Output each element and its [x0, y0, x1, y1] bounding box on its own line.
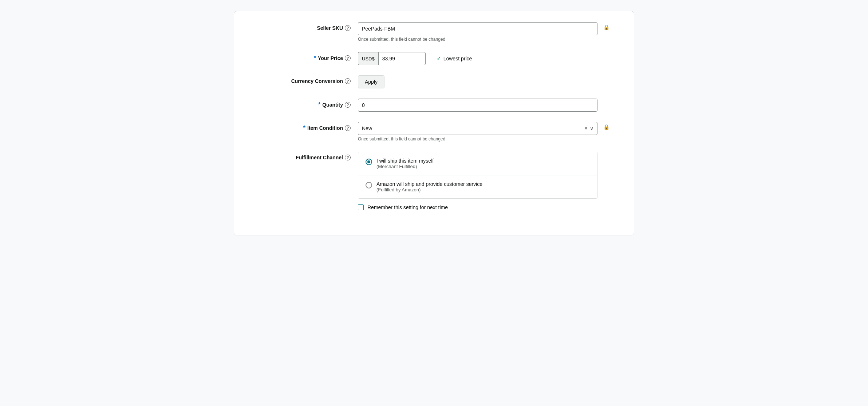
condition-required-star: *: [303, 125, 305, 131]
your-price-input-col: USD$ ✓ Lowest price: [358, 52, 612, 65]
item-condition-input-col: New × ∨ Once submitted, this field canno…: [358, 122, 597, 142]
quantity-required-star: *: [318, 102, 320, 108]
item-condition-lock: 🔒: [597, 122, 612, 130]
price-required-star: *: [314, 55, 316, 61]
lock-icon: 🔒: [603, 24, 609, 30]
fulfillment-amazon-text: Amazon will ship and provide customer se…: [376, 181, 482, 192]
fulfillment-box: I will ship this item myself (Merchant F…: [358, 152, 597, 199]
currency-conversion-label: Currency Conversion ?: [256, 75, 358, 84]
currency-conversion-help-icon[interactable]: ?: [345, 78, 351, 84]
price-row-right: USD$ ✓ Lowest price: [358, 52, 612, 65]
fulfillment-merchant-text: I will ship this item myself (Merchant F…: [376, 158, 434, 169]
condition-select-wrapper: New × ∨: [358, 122, 597, 135]
your-price-label: * Your Price ?: [256, 52, 358, 61]
fulfillment-channel-row: Fulfillment Channel ? I will ship this i…: [256, 152, 612, 210]
remember-label: Remember this setting for next time: [367, 204, 448, 210]
seller-sku-help-icon[interactable]: ?: [345, 25, 351, 31]
lowest-price-badge: ✓ Lowest price: [437, 52, 472, 62]
seller-sku-label: Seller SKU ?: [256, 22, 358, 31]
fulfillment-channel-input-col: I will ship this item myself (Merchant F…: [358, 152, 597, 210]
condition-chevron-icon[interactable]: ∨: [590, 126, 593, 131]
your-price-label-text: Your Price: [318, 55, 343, 61]
item-condition-row: * Item Condition ? New × ∨ Once submitte…: [256, 122, 612, 142]
apply-button[interactable]: Apply: [358, 75, 384, 88]
price-input-group: USD$: [358, 52, 426, 65]
fulfillment-channel-help-icon[interactable]: ?: [345, 155, 351, 160]
seller-sku-input[interactable]: [358, 22, 597, 35]
quantity-input-col: [358, 99, 597, 112]
fulfillment-amazon-sub: (Fulfilled by Amazon): [376, 187, 482, 192]
lowest-price-text: Lowest price: [443, 56, 472, 61]
price-value-input[interactable]: [378, 52, 426, 65]
quantity-label: * Quantity ?: [256, 99, 358, 108]
fulfillment-option-merchant[interactable]: I will ship this item myself (Merchant F…: [358, 152, 597, 175]
fulfillment-amazon-main: Amazon will ship and provide customer se…: [376, 181, 482, 187]
condition-lock-icon: 🔒: [603, 124, 609, 130]
currency-prefix: USD$: [358, 52, 378, 65]
remember-row: Remember this setting for next time: [358, 204, 597, 210]
item-condition-help-icon[interactable]: ?: [345, 125, 351, 131]
seller-sku-hint: Once submitted, this field cannot be cha…: [358, 37, 597, 42]
fulfillment-lock-placeholder: [597, 152, 612, 154]
seller-sku-row: Seller SKU ? Once submitted, this field …: [256, 22, 612, 42]
fulfillment-channel-label: Fulfillment Channel ?: [256, 152, 358, 160]
quantity-row: * Quantity ?: [256, 99, 612, 112]
quantity-input[interactable]: [358, 99, 597, 112]
quantity-label-text: Quantity: [322, 102, 343, 108]
radio-merchant[interactable]: [366, 159, 372, 165]
your-price-help-icon[interactable]: ?: [345, 55, 351, 61]
condition-value: New: [362, 126, 584, 131]
quantity-help-icon[interactable]: ?: [345, 102, 351, 108]
seller-sku-lock: 🔒: [597, 22, 612, 30]
fulfillment-channel-label-text: Fulfillment Channel: [296, 155, 343, 160]
check-icon: ✓: [437, 55, 441, 62]
fulfillment-merchant-sub: (Merchant Fulfilled): [376, 164, 434, 169]
currency-conversion-input-col: Apply: [358, 75, 612, 88]
fulfillment-option-amazon[interactable]: Amazon will ship and provide customer se…: [358, 175, 597, 198]
radio-amazon[interactable]: [366, 182, 372, 188]
form-container: Seller SKU ? Once submitted, this field …: [234, 11, 634, 235]
item-condition-label-text: Item Condition: [307, 125, 343, 131]
condition-select[interactable]: New × ∨: [358, 122, 597, 135]
currency-conversion-label-text: Currency Conversion: [291, 78, 343, 84]
fulfillment-merchant-main: I will ship this item myself: [376, 158, 434, 164]
seller-sku-input-col: Once submitted, this field cannot be cha…: [358, 22, 597, 42]
remember-checkbox[interactable]: [358, 204, 364, 210]
item-condition-label: * Item Condition ?: [256, 122, 358, 131]
condition-clear-icon[interactable]: ×: [584, 126, 588, 131]
currency-conversion-row: Currency Conversion ? Apply: [256, 75, 612, 88]
seller-sku-label-text: Seller SKU: [317, 25, 343, 31]
quantity-lock-placeholder: [597, 99, 612, 101]
item-condition-hint: Once submitted, this field cannot be cha…: [358, 136, 597, 142]
your-price-row: * Your Price ? USD$ ✓ Lowest price: [256, 52, 612, 65]
